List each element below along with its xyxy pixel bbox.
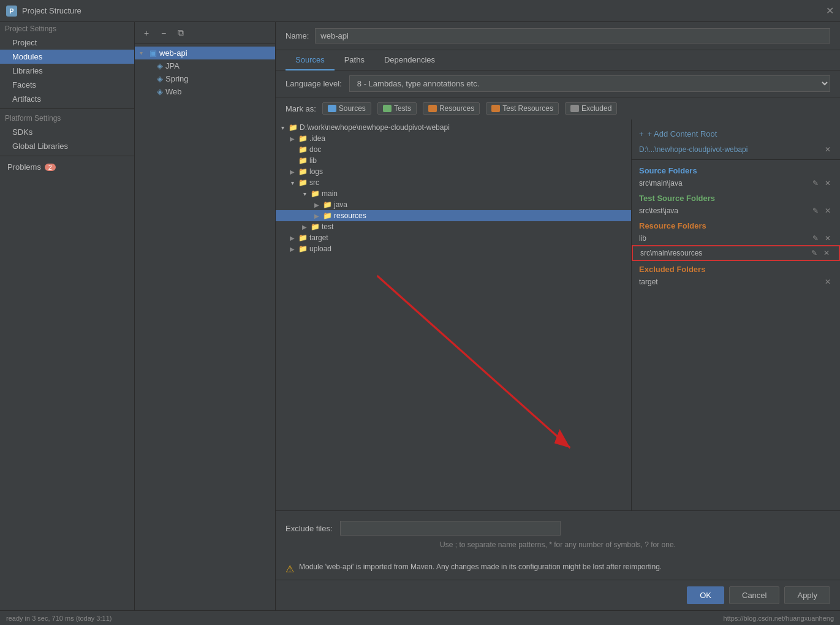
remove-test-folder-button[interactable]: ✕: [823, 206, 833, 216]
ftree-test[interactable]: ▶ 📁 test: [276, 221, 631, 232]
ftree-doc[interactable]: 📁 doc: [276, 144, 631, 155]
chevron-icon: ▶: [300, 224, 309, 230]
chevron-icon: ▾: [278, 124, 287, 131]
tests-color: [383, 105, 392, 112]
ftree-root[interactable]: ▾ 📁 D:\work\newhope\newhope-cloudpivot-w…: [276, 122, 631, 133]
sidebar-item-project[interactable]: Project: [0, 36, 134, 50]
ftree-logs[interactable]: ▶ 📁 logs: [276, 166, 631, 177]
module-icon: ◈: [157, 74, 163, 83]
edit-resource-folder-button[interactable]: ✎: [811, 233, 820, 243]
module-label: web-api: [159, 48, 187, 58]
file-label: main: [322, 189, 338, 198]
mark-sources-button[interactable]: Sources: [322, 102, 371, 115]
remove-content-root-button[interactable]: ✕: [823, 145, 833, 154]
ftree-src[interactable]: ▾ 📁 src: [276, 177, 631, 188]
ftree-upload[interactable]: ▶ 📁 upload: [276, 243, 631, 254]
edit-resource-folder-main-button[interactable]: ✎: [809, 248, 819, 258]
source-folders-header: Source Folders: [632, 162, 840, 176]
excluded-folder-entry: target ✕: [632, 275, 840, 289]
file-label: lib: [309, 156, 317, 165]
remove-source-folder-button[interactable]: ✕: [823, 178, 833, 188]
ftree-java[interactable]: ▶ 📁 java: [276, 199, 631, 210]
sources-layout: ▾ 📁 D:\work\newhope\newhope-cloudpivot-w…: [276, 119, 840, 510]
resource-folder-path: lib: [639, 234, 646, 243]
tree-item-web[interactable]: ◈ Web: [135, 85, 275, 98]
module-icon: ▣: [149, 48, 157, 58]
module-tree-panel: + − ⧉ ▾ ▣ web-api ◈ JPA: [135, 22, 276, 610]
sidebar-item-libraries[interactable]: Libraries: [0, 64, 134, 78]
tab-dependencies[interactable]: Dependencies: [374, 50, 445, 70]
mark-tests-button[interactable]: Tests: [377, 102, 417, 115]
chevron-icon: ▾: [288, 180, 297, 186]
exclude-files-row: Exclude files:: [286, 517, 830, 539]
tab-paths[interactable]: Paths: [335, 50, 374, 70]
lang-level-select[interactable]: 8 - Lambdas, type annotations etc.: [349, 75, 830, 92]
edit-test-folder-button[interactable]: ✎: [811, 206, 820, 216]
right-panel: Name: Sources Paths Dependencies Languag…: [276, 22, 840, 610]
test-source-folders-header: Test Source Folders: [632, 190, 840, 204]
folder-icon: 📁: [323, 211, 332, 220]
exclude-hint: Use ; to separate name patterns, * for a…: [286, 539, 830, 551]
remove-resource-folder-main-button[interactable]: ✕: [822, 248, 831, 258]
add-module-button[interactable]: +: [140, 26, 153, 40]
folder-icon: 📁: [298, 167, 308, 176]
tab-sources[interactable]: Sources: [286, 50, 335, 70]
folder-icon: 📁: [298, 156, 308, 165]
resource-folders-header: Resource Folders: [632, 218, 840, 232]
source-folder-entry: src\main\java ✎ ✕: [632, 176, 840, 190]
mark-resources-button[interactable]: Resources: [423, 102, 480, 115]
sidebar-item-sdks[interactable]: SDKs: [0, 125, 134, 139]
remove-module-button[interactable]: −: [157, 26, 170, 40]
name-input[interactable]: [315, 28, 830, 44]
sidebar-item-artifacts[interactable]: Artifacts: [0, 92, 134, 106]
test-folder-path: src\test\java: [639, 206, 678, 215]
ftree-idea[interactable]: ▶ 📁 .idea: [276, 133, 631, 144]
add-content-root-button[interactable]: + + Add Content Root: [632, 126, 840, 142]
mark-excluded-button[interactable]: Excluded: [565, 102, 617, 115]
window-title: Project Structure: [22, 6, 826, 15]
module-icon: ◈: [157, 87, 163, 96]
folder-icon: 📁: [289, 123, 298, 132]
title-bar: P Project Structure ✕: [0, 0, 840, 22]
project-settings-header: Project Settings: [0, 22, 134, 36]
module-label: Spring: [165, 74, 189, 83]
problems-bar[interactable]: Problems 2: [0, 159, 134, 175]
sidebar-item-facets[interactable]: Facets: [0, 78, 134, 92]
close-button[interactable]: ✕: [826, 5, 834, 17]
folder-icon: 📁: [311, 222, 320, 231]
exclude-files-input[interactable]: [340, 521, 561, 536]
chevron-icon: ▶: [312, 202, 321, 208]
remove-resource-folder-button[interactable]: ✕: [823, 233, 833, 243]
mark-test-resources-button[interactable]: Test Resources: [486, 102, 559, 115]
name-row: Name:: [276, 22, 840, 50]
tree-item-spring[interactable]: ◈ Spring: [135, 72, 275, 85]
excluded-folder-path: target: [639, 278, 658, 286]
ftree-main[interactable]: ▾ 📁 main: [276, 188, 631, 199]
sidebar-item-global-libraries[interactable]: Global Libraries: [0, 139, 134, 153]
app-icon: P: [6, 6, 17, 17]
edit-source-folder-button[interactable]: ✎: [811, 178, 820, 188]
lang-level-row: Language level: 8 - Lambdas, type annota…: [276, 70, 840, 97]
ftree-lib[interactable]: 📁 lib: [276, 155, 631, 166]
tree-item-web-api[interactable]: ▾ ▣ web-api: [135, 47, 275, 59]
module-tree-root: ▾ ▣ web-api ◈ JPA ◈ Spring: [135, 44, 275, 100]
file-label: java: [334, 200, 347, 209]
module-label: Web: [165, 87, 182, 96]
ok-button[interactable]: OK: [687, 586, 724, 604]
test-resources-color: [491, 105, 500, 112]
ftree-resources[interactable]: ▶ 📁 resources: [276, 210, 631, 221]
module-label: JPA: [165, 61, 180, 70]
test-source-folder-entry: src\test\java ✎ ✕: [632, 204, 840, 218]
ftree-target[interactable]: ▶ 📁 target: [276, 232, 631, 243]
warning-icon: ⚠: [286, 563, 294, 575]
plus-icon: +: [639, 129, 644, 138]
apply-button[interactable]: Apply: [784, 586, 830, 604]
tree-item-jpa[interactable]: ◈ JPA: [135, 59, 275, 72]
remove-excluded-folder-button[interactable]: ✕: [823, 277, 833, 287]
cancel-button[interactable]: Cancel: [729, 586, 779, 604]
svg-line-1: [377, 276, 570, 448]
resource-folder-path-main: src\main\resources: [640, 249, 702, 257]
status-right: https://blog.csdn.net/huangxuanheng: [724, 615, 834, 622]
copy-module-button[interactable]: ⧉: [174, 26, 187, 40]
sidebar-item-modules[interactable]: Modules: [0, 50, 134, 64]
